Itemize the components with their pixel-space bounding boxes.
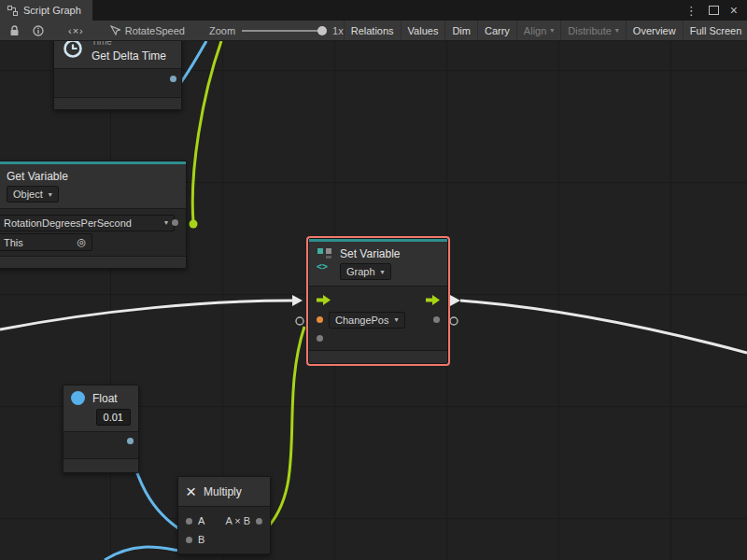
port-value-output[interactable] (433, 316, 440, 323)
zoom-label: Zoom (209, 25, 235, 36)
node-get-variable[interactable]: Get Variable Object ▾ RotationDegreesPer… (0, 161, 187, 269)
chevron-down-icon: ▾ (395, 315, 399, 324)
chevron-down-icon: ▾ (615, 26, 619, 35)
port-float-output[interactable] (127, 438, 134, 444)
graph-reference[interactable]: RotateSpeed (110, 25, 185, 36)
graph-icon (7, 6, 18, 16)
node-title: Get Variable (7, 170, 68, 183)
zoom-value: 1x (332, 25, 344, 36)
code-brackets-icon: <> (317, 261, 328, 272)
node-get-delta-time[interactable]: Time Get Delta Time (53, 41, 182, 110)
wire-control-in (0, 301, 292, 329)
port-fallback-input[interactable] (317, 335, 323, 342)
tab-label: Script Graph (23, 5, 81, 16)
variable-name-dropdown[interactable]: RotationDegreesPerSecond ▾ (0, 215, 175, 231)
close-icon[interactable]: × (730, 4, 738, 17)
node-float[interactable]: Float 0.01 (63, 385, 139, 473)
variable-scope-dropdown[interactable]: Object ▾ (7, 186, 59, 203)
tab-bar: Script Graph ⋮ × (0, 0, 747, 21)
node-category-label: Time (92, 41, 112, 47)
zoom-control: Zoom 1x (209, 25, 344, 36)
wire-green-rotation (192, 41, 221, 222)
chevron-down-icon: ▾ (550, 26, 554, 35)
values-button[interactable]: Values (401, 21, 445, 40)
float-type-icon (71, 391, 85, 405)
control-output-port[interactable] (426, 295, 440, 305)
port-rotation-output[interactable] (190, 220, 198, 229)
node-title: Set Variable (340, 247, 400, 260)
target-icon: ◎ (77, 236, 86, 248)
window-controls: ⋮ × (685, 0, 747, 21)
control-output-arrow[interactable] (450, 295, 460, 306)
variable-scope-dropdown[interactable]: Graph ▾ (340, 263, 391, 280)
chevron-down-icon: ▾ (49, 190, 52, 199)
align-button[interactable]: Align▾ (516, 21, 560, 40)
tab-script-graph[interactable]: Script Graph (0, 0, 92, 21)
set-variable-icon (317, 247, 332, 259)
port-variable-value-output[interactable] (172, 219, 178, 226)
carry-button[interactable]: Carry (477, 21, 516, 40)
info-icon[interactable] (33, 25, 44, 36)
overview-button[interactable]: Overview (626, 21, 683, 40)
zoom-slider-handle[interactable] (317, 26, 327, 35)
port-b-input[interactable] (186, 537, 192, 543)
wire-control-out (460, 301, 747, 353)
node-title: Float (92, 392, 118, 405)
port-result-label: A × B (225, 515, 250, 526)
variable-target-field[interactable]: This ◎ (0, 233, 92, 251)
code-view-icon[interactable]: ‹×› (68, 25, 84, 36)
port-b-label: B (198, 534, 204, 545)
toolbar-buttons: Relations Values Dim Carry Align▾ Distri… (344, 21, 747, 40)
chevron-down-icon: ▾ (164, 218, 168, 227)
port-value-output-open[interactable] (450, 317, 458, 325)
kebab-menu-icon[interactable]: ⋮ (685, 5, 698, 17)
zoom-slider[interactable] (242, 30, 326, 32)
port-a-label: A (198, 515, 204, 526)
node-title: Multiply (204, 485, 242, 498)
wire-blue-to-b (105, 547, 185, 560)
script-graph-icon (110, 25, 120, 35)
port-value-input[interactable] (317, 316, 323, 323)
port-value-input-open[interactable] (296, 317, 303, 325)
float-value-field[interactable]: 0.01 (96, 409, 131, 426)
node-multiply[interactable]: × Multiply A A × B B (177, 476, 271, 555)
multiply-icon: × (186, 483, 196, 500)
control-input-arrow[interactable] (292, 295, 303, 306)
clock-icon (62, 41, 84, 59)
chevron-down-icon: ▾ (381, 268, 385, 276)
lock-icon[interactable] (9, 25, 20, 36)
node-set-variable[interactable]: <> Set Variable Graph ▾ (308, 238, 448, 364)
variable-name-dropdown[interactable]: ChangePos ▾ (329, 312, 405, 329)
port-a-input[interactable] (186, 518, 192, 525)
port-result-output[interactable] (256, 518, 262, 525)
fullscreen-button[interactable]: Full Screen (683, 21, 747, 40)
distribute-button[interactable]: Distribute▾ (560, 21, 625, 40)
port-delta-time-output[interactable] (170, 76, 176, 82)
graph-name: RotateSpeed (125, 25, 185, 36)
relations-button[interactable]: Relations (344, 21, 401, 40)
control-input-port[interactable] (317, 295, 331, 305)
graph-toolbar: ‹×› RotateSpeed Zoom 1x Relations Values… (0, 21, 747, 41)
graph-canvas[interactable]: Time Get Delta Time Get Variable Object … (0, 41, 747, 560)
node-title: Get Delta Time (92, 49, 166, 63)
dim-button[interactable]: Dim (444, 21, 477, 40)
maximize-icon[interactable] (709, 6, 719, 15)
